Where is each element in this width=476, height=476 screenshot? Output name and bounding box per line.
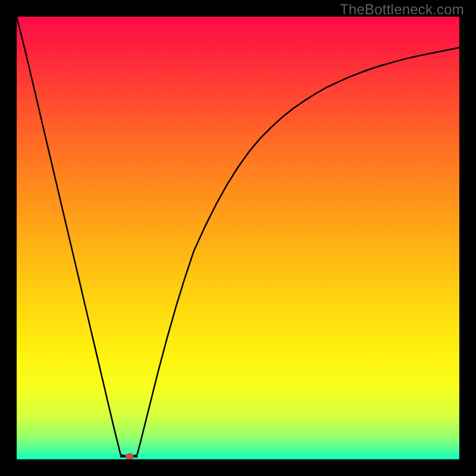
chart-frame: TheBottleneck.com bbox=[0, 0, 476, 476]
bottleneck-curve bbox=[17, 17, 459, 457]
curve-layer bbox=[17, 17, 459, 459]
optimal-marker-dot bbox=[126, 453, 134, 460]
plot-area bbox=[17, 17, 459, 459]
watermark-text: TheBottleneck.com bbox=[340, 1, 464, 18]
